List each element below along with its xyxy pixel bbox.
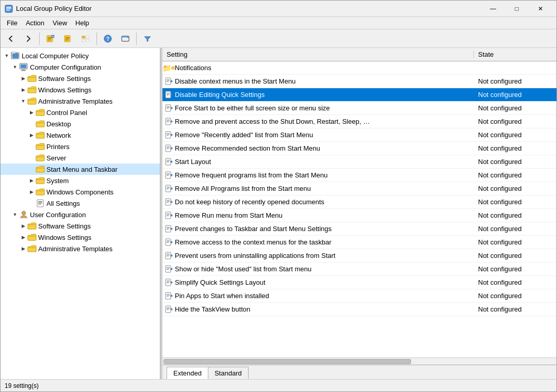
svg-rect-109 — [167, 267, 170, 268]
tree-item-administrative-templates-user[interactable]: ▶ Administrative Templates — [1, 243, 160, 254]
list-row-show-most-used[interactable]: Show or hide "Most used" list from Start… — [162, 263, 556, 276]
svg-rect-104 — [167, 254, 170, 254]
svg-rect-50 — [167, 107, 170, 108]
tree-item-administrative-templates[interactable]: ▼ Administrative Templates — [1, 95, 160, 107]
filter-button[interactable] — [139, 31, 156, 46]
horizontal-scrollbar[interactable] — [162, 357, 556, 365]
tree-item-software-settings[interactable]: ▶ Software Settings — [1, 73, 160, 84]
back-button[interactable] — [3, 31, 19, 46]
svg-rect-118 — [166, 292, 171, 299]
tree-item-local-computer-policy[interactable]: ▼ Local Computer Policy — [1, 50, 160, 61]
tree-item-computer-configuration[interactable]: ▼ Computer Configuration — [1, 61, 160, 73]
list-row-state-simplify-quick: Not configured — [474, 279, 556, 286]
list-row-icon-policy — [162, 104, 175, 112]
menu-help[interactable]: Help — [71, 18, 93, 28]
list-row-remove-run-menu[interactable]: Remove Run menu from Start MenuNot confi… — [162, 209, 556, 222]
tabs-bar: ExtendedStandard — [162, 365, 556, 379]
svg-rect-45 — [167, 94, 170, 94]
menu-view[interactable]: View — [48, 18, 71, 28]
col-header-state[interactable]: State — [474, 51, 556, 58]
col-header-setting[interactable]: Setting — [162, 51, 474, 58]
list-row-prevent-uninstall[interactable]: Prevent users from uninstalling applicat… — [162, 249, 556, 263]
list-row-disable-editing-quick[interactable]: Disable Editing Quick SettingsNot config… — [162, 88, 556, 102]
svg-rect-76 — [167, 175, 169, 176]
list-row-simplify-quick[interactable]: Simplify Quick Settings LayoutNot config… — [162, 276, 556, 289]
tree-icon-folder — [27, 86, 37, 94]
list-row-force-start-full[interactable]: Force Start to be either full screen siz… — [162, 102, 556, 115]
menu-action[interactable]: Action — [22, 18, 48, 28]
list-row-icon-policy — [162, 185, 175, 193]
list-row-prevent-taskbar-changes[interactable]: Prevent changes to Taskbar and Start Men… — [162, 222, 556, 236]
list-row-remove-recently-added[interactable]: Remove "Recently added" list from Start … — [162, 128, 556, 142]
list-row-disable-context-menus[interactable]: Disable context menus in the Start MenuN… — [162, 75, 556, 88]
list-row-state-show-most-used: Not configured — [474, 265, 556, 273]
list-row-remove-all-programs[interactable]: Remove All Programs list from the Start … — [162, 182, 556, 195]
link-gpo-button[interactable] — [60, 31, 76, 46]
tree-label-all-settings: All Settings — [46, 200, 80, 207]
list-row-icon-policy — [162, 238, 175, 247]
forward-button[interactable] — [20, 31, 37, 46]
tree-item-system[interactable]: ▶ System — [1, 175, 160, 186]
tree-toggle-network[interactable]: ▶ — [27, 131, 36, 139]
tree-item-all-settings[interactable]: All Settings — [1, 198, 160, 209]
tree-item-desktop[interactable]: Desktop — [1, 118, 160, 129]
svg-rect-123 — [166, 306, 171, 313]
minimize-button[interactable]: — — [481, 1, 505, 17]
list-row-remove-shutdown[interactable]: Remove and prevent access to the Shut Do… — [162, 115, 556, 128]
close-button[interactable]: ✕ — [529, 1, 552, 17]
tree-item-windows-components[interactable]: ▶ Windows Components — [1, 186, 160, 198]
tree-item-windows-settings-user[interactable]: ▶ Windows Settings — [1, 232, 160, 243]
list-row-remove-context-taskbar[interactable]: Remove access to the context menus for t… — [162, 236, 556, 249]
list-header: Setting State — [162, 48, 556, 61]
tree-toggle-all-settings[interactable] — [27, 199, 36, 207]
tree-label-network: Network — [46, 132, 71, 139]
tree-item-start-menu-taskbar[interactable]: Start Menu and Taskbar — [1, 164, 160, 175]
tree-toggle-windows-settings[interactable]: ▶ — [19, 86, 27, 94]
tree-toggle-computer-configuration[interactable]: ▼ — [11, 63, 19, 71]
tree-toggle-printers[interactable] — [27, 142, 36, 151]
svg-rect-78 — [166, 185, 171, 192]
tree-toggle-software-settings-user[interactable]: ▶ — [19, 222, 27, 230]
list-row-hide-taskview[interactable]: Hide the TaskView buttonNot configured — [162, 303, 556, 316]
tree-item-printers[interactable]: Printers — [1, 141, 160, 152]
svg-rect-15 — [82, 36, 85, 38]
view-button[interactable] — [77, 31, 94, 46]
tab-standard[interactable]: Standard — [208, 367, 249, 379]
tree-label-desktop: Desktop — [46, 120, 71, 128]
tree-item-user-configuration[interactable]: ▼ User Configuration — [1, 209, 160, 220]
maximize-button[interactable]: □ — [505, 1, 529, 17]
tree-toggle-desktop[interactable] — [27, 120, 36, 128]
tree-toggle-server[interactable] — [27, 154, 36, 162]
menu-file[interactable]: File — [3, 18, 22, 28]
new-gpo-button[interactable] — [42, 31, 59, 46]
tree-item-software-settings-user[interactable]: ▶ Software Settings — [1, 220, 160, 232]
list-row-name-remove-run-menu: Remove Run menu from Start Menu — [175, 211, 474, 219]
tree-toggle-administrative-templates-user[interactable]: ▶ — [19, 244, 27, 253]
tree-toggle-user-configuration[interactable]: ▼ — [11, 210, 19, 219]
tree-toggle-control-panel[interactable]: ▶ — [27, 108, 36, 117]
tree-toggle-windows-components[interactable]: ▶ — [27, 188, 36, 196]
tree-item-control-panel[interactable]: ▶ Control Panel — [1, 107, 160, 118]
tree-toggle-administrative-templates[interactable]: ▼ — [19, 97, 27, 105]
help-button[interactable]: ? — [100, 31, 116, 46]
list-row-remove-frequent[interactable]: Remove frequent programs list from the S… — [162, 169, 556, 182]
tree-item-server[interactable]: Server — [1, 152, 160, 164]
tree-label-control-panel: Control Panel — [46, 109, 87, 117]
tab-extended[interactable]: Extended — [167, 367, 208, 379]
tree-toggle-local-computer-policy[interactable]: ▼ — [3, 52, 11, 60]
tree-toggle-windows-settings-user[interactable]: ▶ — [19, 233, 27, 241]
list-row-start-layout[interactable]: Start LayoutNot configured — [162, 155, 556, 169]
tree-toggle-system[interactable]: ▶ — [27, 176, 36, 185]
toolbar-separator-3 — [136, 32, 137, 45]
list-row-no-history[interactable]: Do not keep history of recently opened d… — [162, 195, 556, 209]
tree-toggle-start-menu-taskbar[interactable] — [27, 165, 36, 173]
tree-item-windows-settings[interactable]: ▶ Windows Settings — [1, 84, 160, 95]
list-row-remove-recommended[interactable]: Remove Recommended section from Start Me… — [162, 142, 556, 155]
tree-item-network[interactable]: ▶ Network — [1, 129, 160, 141]
list-row-pin-apps[interactable]: Pin Apps to Start when installedNot conf… — [162, 289, 556, 303]
list-row-notifications[interactable]: Notifications — [162, 61, 556, 75]
tree-toggle-software-settings[interactable]: ▶ — [19, 74, 27, 83]
scrollbar-thumb[interactable] — [163, 359, 411, 364]
refresh-button[interactable] — [117, 31, 134, 46]
svg-rect-96 — [167, 229, 169, 230]
